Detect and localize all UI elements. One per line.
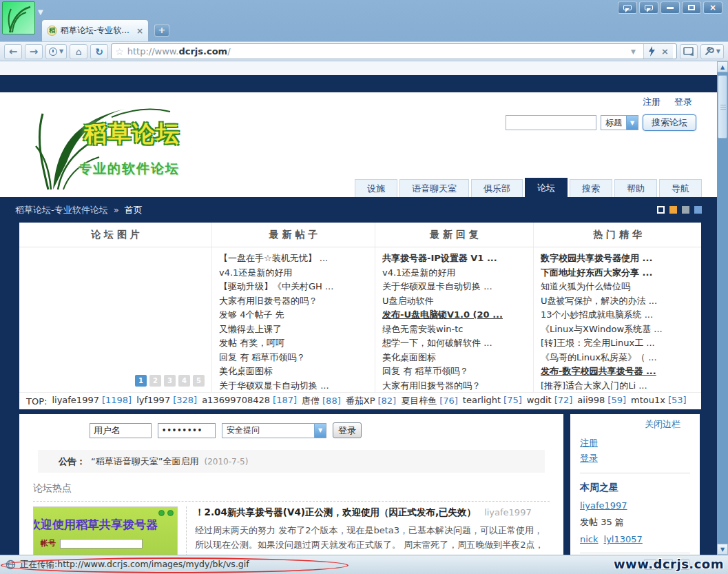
vertical-scrollbar[interactable]: ▲ ▼ [717,61,728,555]
forum-tab[interactable]: 搜索 [570,179,612,197]
digest-link[interactable]: 知道火狐为什么错位吗 [541,280,698,294]
digest-link[interactable]: 《Linux与XWindow系统基 ... [541,322,698,337]
style-square-navy[interactable] [657,206,665,214]
page-capture-button[interactable] [680,44,698,59]
top-user-link[interactable]: a13699708428[187] [202,395,297,407]
page-dot-button[interactable]: 3 [164,375,176,387]
hot-topic-title-link[interactable]: ！2.04新共享拨号器(V4)正公测，欢迎使用（因正式发布,已失效） [195,506,476,519]
top-user-link[interactable]: 夏目梓鱼[76] [401,395,458,407]
history-dropdown-button[interactable]: ▼ [45,44,67,59]
reply-link[interactable]: 回复 有 稻草币领吗？ [382,365,530,379]
style-square-blue[interactable] [694,206,702,214]
scroll-up-button[interactable]: ▲ [717,61,728,72]
page-dot-button[interactable]: 2 [149,375,161,387]
nick-link[interactable]: nick [580,534,599,544]
nick-value-link[interactable]: lyl13057 [604,534,643,544]
register-link[interactable]: 注册 [643,96,661,108]
tab-close-icon[interactable]: × [136,26,143,36]
hot-topic-author-link[interactable]: liyafe1997 [484,507,532,517]
comment-bubble-button[interactable] [639,1,658,14]
post-link[interactable]: 关于华硕双显卡自动切换 ... [219,379,372,393]
close-button[interactable]: × [703,1,722,14]
reply-link[interactable]: 绿色无需安装win-tc [382,322,530,337]
bookmark-star-icon[interactable]: ☆ [115,46,124,57]
search-type-select[interactable]: 标题 ▼ [601,115,638,130]
post-link[interactable]: 发帖 有奖，呵呵 [219,336,372,351]
post-link[interactable]: 【驱动升级】《中关村GH ... [219,280,372,294]
reply-link[interactable]: 发布-U盘电脑锁V1.0 (20 ... [382,308,530,322]
post-link[interactable]: 【一盘在手☆装机无忧】 ... [219,252,372,266]
top-user-link[interactable]: tearlight[75] [463,395,522,407]
tools-wrench-button[interactable]: ▼ [700,44,724,59]
maximize-button[interactable] [682,1,701,14]
breadcrumb-site-link[interactable]: 稻草论坛-专业软件论坛 [15,204,108,216]
login-link[interactable]: 登录 [674,96,692,108]
sidebar-register-link[interactable]: 注册 [580,437,598,449]
username-field[interactable]: 用户名 [90,423,152,438]
forum-tab[interactable]: 导航 [659,179,702,197]
forum-tab[interactable]: 设施 [355,179,397,197]
password-field[interactable]: •••••••• [158,423,216,438]
reply-link[interactable]: 大家有用旧拨号器的吗？ [382,379,530,393]
site-logo[interactable]: 稻草论坛 专业的软件论坛 [15,96,236,193]
week-star-user-link[interactable]: liyafe1997 [580,500,627,511]
digest-link[interactable]: 13个小妙招成就电脑系统 ... [541,308,698,322]
top-user-link[interactable]: mtou1x[53] [631,395,687,407]
top-user-link[interactable]: liyafe1997[1198] [52,395,132,407]
page-dot-button[interactable]: 5 [193,375,205,387]
top-user-link[interactable]: 唐僧[88] [302,395,341,407]
back-button[interactable]: ← [4,44,22,59]
page-dot-button[interactable]: 1 [135,375,147,387]
close-sidebar-link[interactable]: 关闭边栏 [580,418,690,431]
digest-link[interactable]: [推荐]适合大家入门的Li ... [541,379,698,393]
post-link[interactable]: 发够 4个帖子 先 [219,308,372,322]
app-logo-icon[interactable] [2,1,35,34]
top-user-link[interactable]: 番茄XP[82] [346,395,396,407]
browser-tab[interactable]: 稻 稻草论坛-专业软... × [41,19,149,41]
reply-link[interactable]: U盘启动软件 [382,294,530,309]
scroll-down-button[interactable]: ▼ [717,544,728,555]
post-link[interactable]: 美化桌面图标 [219,365,372,379]
post-link[interactable]: 回复 有 稻草币领吗？ [219,351,372,365]
forum-tab[interactable]: 论坛 [525,178,568,197]
top-user-link[interactable]: wgdit[72] [527,395,573,407]
url-dropdown-caret-icon[interactable]: ▼ [628,48,638,55]
reply-link[interactable]: v4.1还是新的好用 [382,266,530,280]
top-user-link[interactable]: aii998[59] [577,395,626,407]
style-square-gray[interactable] [682,206,689,214]
security-question-select[interactable]: 安全提问 ▼ [222,423,326,438]
digest-link[interactable]: 数字校园共享拨号器使用 ... [541,252,698,266]
forum-tab[interactable]: 俱乐部 [471,179,523,197]
new-tab-button[interactable]: + [154,24,169,37]
minimize-button[interactable] [661,1,680,14]
top-user-link[interactable]: lyf1997[328] [136,395,197,407]
reply-link[interactable]: 想学一下，如何破解软件 ... [382,336,530,351]
forward-button[interactable]: → [25,44,43,59]
announcement-link[interactable]: “稻草语音聊天室”全面启用 [91,455,198,468]
digest-link[interactable]: [转]王垠：完全用Linux工 ... [541,336,698,351]
quick-dial-lightning-icon[interactable] [648,46,656,57]
page-dot-button[interactable]: 4 [178,375,190,387]
reply-link[interactable]: 关于华硕双显卡自动切换 ... [382,280,530,294]
style-square-orange[interactable] [669,206,677,214]
reply-link[interactable]: 美化桌面图标 [382,351,530,365]
digest-link[interactable]: U盘被写保护，解决的办法 ... [541,294,698,309]
forum-tab[interactable]: 语音聊天室 [399,179,469,197]
sidebar-login-link[interactable]: 登录 [580,452,598,464]
feedback-bubble-button[interactable] [618,1,637,14]
digest-link[interactable]: 下面地址好东西大家分享 ... [541,266,698,280]
search-input[interactable] [506,115,596,130]
login-submit-button[interactable]: 登录 [333,422,362,438]
dialer-screenshot-image[interactable]: 欢迎使用稻草共享拨号器 帐号 [33,506,178,555]
refresh-button[interactable]: ↻ [90,44,108,59]
digest-link[interactable]: 发布-数字校园共享拨号器 ... [541,365,698,379]
digest-link[interactable]: 《鸟哥的Linux私房菜》（ ... [541,351,698,365]
search-forum-button[interactable]: 搜索论坛 [643,114,696,131]
forum-tab[interactable]: 帮助 [614,179,657,197]
breadcrumb-home-link[interactable]: 首页 [125,204,143,216]
home-button[interactable]: ⌂ [70,44,87,59]
reply-link[interactable]: 共享拨号器-IP设置器 V1 ... [382,252,530,266]
scrollbar-thumb[interactable] [718,75,727,139]
stop-loading-icon[interactable]: × [661,46,669,57]
post-link[interactable]: 大家有用旧拨号器的吗？ [219,294,372,309]
